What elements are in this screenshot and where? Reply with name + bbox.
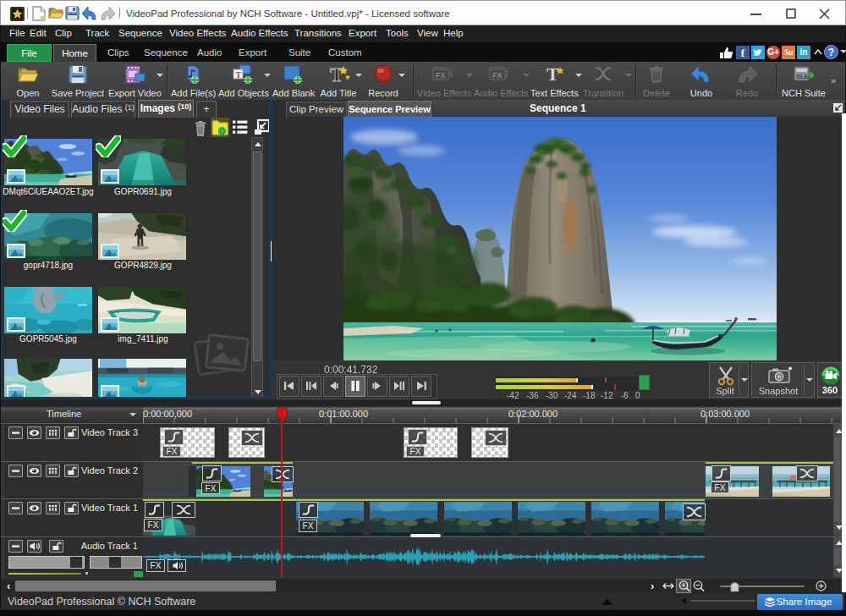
svg-text:T: T <box>547 64 559 85</box>
svg-text:T: T <box>330 64 343 85</box>
svg-text:FX: FX <box>436 71 446 80</box>
svg-text:T: T <box>236 70 242 80</box>
svg-text:FX: FX <box>492 71 503 80</box>
